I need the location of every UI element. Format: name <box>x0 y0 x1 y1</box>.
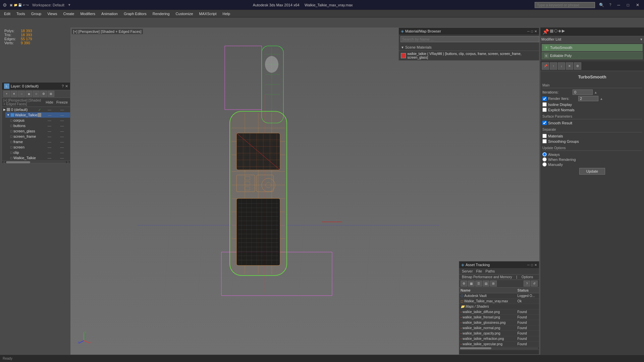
modifier-dropdown-icon[interactable]: ▼ <box>640 38 643 41</box>
asset-tool-3[interactable]: ☰ <box>475 281 482 287</box>
close-button[interactable]: ✕ <box>634 2 641 8</box>
modifier-item-turbosmooth[interactable]: T TurboSmooth <box>542 44 643 51</box>
asset-row-opacity[interactable]: ▪ walkie_talkie_opacity.png Found <box>459 331 539 336</box>
stack-delete-icon[interactable]: ✕ <box>566 62 573 70</box>
asset-close-button[interactable]: ✕ <box>534 263 537 267</box>
render-iters-checkbox[interactable] <box>542 97 547 101</box>
asset-row-refraction[interactable]: ▪ walkie_talkie_refraction.png Found <box>459 336 539 342</box>
modifier-mat-icon[interactable]: ◈ <box>558 28 561 35</box>
layers-close-button[interactable]: ✕ <box>65 84 68 88</box>
search-icon[interactable]: 🔍 <box>598 2 605 8</box>
asset-menu-paths[interactable]: Paths <box>484 269 496 274</box>
search-input[interactable] <box>535 2 595 8</box>
stack-pin-icon[interactable]: 📌 <box>542 62 549 70</box>
asset-row-maps[interactable]: 📁 Maps / Shaders <box>459 304 539 309</box>
menu-create[interactable]: Create <box>60 11 77 16</box>
layers-help-button[interactable]: ? <box>62 84 64 88</box>
smoothing-groups-checkbox[interactable] <box>542 139 547 143</box>
menu-animation[interactable]: Animation <box>99 11 120 16</box>
menu-edit[interactable]: Edit <box>1 11 13 16</box>
explicit-normals-checkbox[interactable] <box>542 108 547 112</box>
scroll-right-icon[interactable]: ▷ <box>67 161 70 164</box>
asset-tool-1[interactable]: ⚙ <box>461 281 467 287</box>
always-radio[interactable] <box>542 152 547 157</box>
update-button[interactable]: Update <box>579 168 605 175</box>
when-rendering-radio[interactable] <box>542 157 547 162</box>
layer-item-buttons[interactable]: ◻ buttons — — <box>9 123 70 128</box>
scrollbar-track[interactable] <box>6 161 66 163</box>
modifier-obj-icon[interactable]: ⬡ <box>554 28 557 35</box>
layer-item-screen[interactable]: ◻ screen — — <box>9 144 70 150</box>
modifier-anim-icon[interactable]: ▶ <box>562 28 565 35</box>
render-iters-up-icon[interactable]: ▲ <box>600 97 603 101</box>
asset-row-max-file[interactable]: ◻ Walkie_Talkie_max_vray.max Ok <box>459 299 539 304</box>
layers-tool-select[interactable]: ◈ <box>25 91 32 97</box>
layer-item-clip[interactable]: ◻ clip — — <box>9 150 70 155</box>
mat-minimize-button[interactable]: ─ <box>527 29 530 33</box>
isoline-checkbox[interactable] <box>542 102 547 107</box>
asset-row-diffuse[interactable]: ▪ walkie_talkie_diffuse.png Found <box>459 309 539 315</box>
maximize-button[interactable]: □ <box>625 2 631 8</box>
menu-tools[interactable]: Tools <box>14 11 28 16</box>
menu-modifiers[interactable]: Modifiers <box>77 11 98 16</box>
materials-checkbox[interactable] <box>542 134 547 138</box>
layer-item-screen-frame[interactable]: ◻ screen_frame — — <box>9 134 70 139</box>
menu-rendering[interactable]: Rendering <box>150 11 172 16</box>
mat-section-arrow[interactable]: ▼ <box>401 46 404 49</box>
scrollbar-thumb[interactable] <box>6 161 30 163</box>
asset-menu-options[interactable]: Options <box>520 275 534 279</box>
asset-minimize-button[interactable]: ─ <box>527 263 530 267</box>
menu-views[interactable]: Views <box>45 11 60 16</box>
layer-item-walkie-talkie[interactable]: ▼ Walkie_Talkie — — <box>5 112 70 118</box>
layer-item-default[interactable]: ▶ 0 (default) ✓ — — <box>2 107 70 112</box>
asset-row-vault[interactable]: ⬡ Autodesk Vault Logged O... <box>459 293 539 299</box>
modifier-layers-icon[interactable]: ▦ <box>550 28 553 35</box>
mat-maximize-button[interactable]: □ <box>531 29 533 33</box>
menu-graph-editors[interactable]: Graph Editors <box>121 11 149 16</box>
material-item[interactable]: walkie_talkie ( VRayMtl ) [buttons, clip… <box>399 51 539 60</box>
layer-item-corpus[interactable]: ◻ corpus — — <box>9 118 70 123</box>
asset-scroll-thumb[interactable] <box>460 347 491 349</box>
asset-row-frensel[interactable]: ▪ walkie_talkie_frensel.png Found <box>459 315 539 320</box>
iterations-up-icon[interactable]: ▲ <box>594 90 597 94</box>
asset-tool-help[interactable]: ? <box>524 281 530 287</box>
asset-row-normal[interactable]: ▪ walkie_talkie_normal.png Found <box>459 325 539 331</box>
asset-tool-4[interactable]: ▤ <box>483 281 489 287</box>
scroll-left-icon[interactable]: ◁ <box>2 161 5 164</box>
layers-tool-settings[interactable]: ⚙ <box>40 91 47 97</box>
asset-tool-5[interactable]: ⊞ <box>490 281 497 287</box>
menu-help[interactable]: Help <box>220 11 233 16</box>
render-iters-input[interactable] <box>578 96 598 101</box>
modifier-item-editable-poly[interactable]: E Editable Poly <box>542 52 643 59</box>
asset-scrollbar[interactable] <box>459 347 539 350</box>
iterations-input[interactable] <box>573 89 593 95</box>
smooth-result-checkbox[interactable] <box>542 121 547 125</box>
layers-scrollbar[interactable]: ◁ ▷ <box>2 161 70 163</box>
layers-tool-add[interactable]: → <box>18 91 25 97</box>
asset-menu-file[interactable]: File <box>475 269 483 274</box>
stack-nav-up-icon[interactable]: ↑ <box>550 62 557 70</box>
asset-tool-refresh[interactable]: ↺ <box>531 281 538 287</box>
workspace-dropdown-icon[interactable]: ▼ <box>68 3 71 7</box>
stack-configure-icon[interactable]: ⚙ <box>574 62 581 70</box>
asset-menu-server[interactable]: Server <box>461 269 474 274</box>
layers-tool-highlight[interactable]: ☆ <box>33 91 40 97</box>
layer-item-walkie-talkie2[interactable]: ◻ Walkie_Talkie — — <box>9 155 70 161</box>
material-search-input[interactable] <box>400 36 539 42</box>
manually-radio[interactable] <box>542 162 547 167</box>
help-icon[interactable]: ? <box>608 2 613 7</box>
asset-row-specular[interactable]: ▪ walkie_talkie_specular.png Found <box>459 342 539 347</box>
mat-close-button[interactable]: ✕ <box>534 29 537 33</box>
asset-tool-2[interactable]: ▦ <box>468 281 475 287</box>
menu-maxscript[interactable]: MAXScript <box>197 11 219 16</box>
layers-tool-delete[interactable]: ✕ <box>11 91 17 97</box>
layers-tool-expand[interactable]: ⊞ <box>48 91 54 97</box>
menu-group[interactable]: Group <box>29 11 44 16</box>
asset-restore-button[interactable]: □ <box>531 263 533 267</box>
asset-scroll-track[interactable] <box>460 347 538 349</box>
modifier-pin-icon[interactable]: 📌 <box>542 28 549 35</box>
asset-row-glossiness[interactable]: ▪ walkie_talkie_glossiness.png Found <box>459 320 539 325</box>
stack-nav-down-icon[interactable]: ↓ <box>558 62 565 70</box>
minimize-button[interactable]: ─ <box>615 2 622 8</box>
menu-customize[interactable]: Customize <box>173 11 196 16</box>
